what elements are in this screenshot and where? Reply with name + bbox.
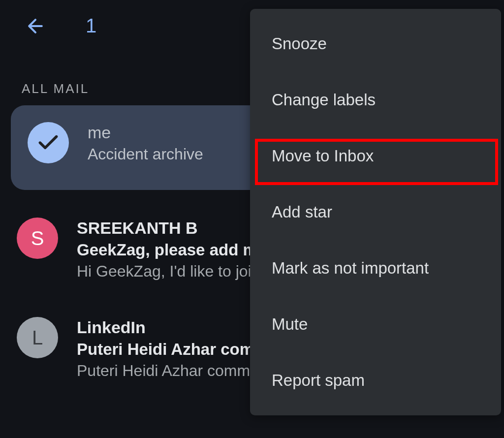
context-menu: Snooze Change labels Move to Inbox Add s… (250, 9, 501, 415)
back-arrow-icon (25, 15, 46, 37)
menu-item-move-to-inbox[interactable]: Move to Inbox (250, 128, 501, 184)
menu-item-snooze[interactable]: Snooze (250, 16, 501, 72)
avatar-letter[interactable]: L (17, 317, 58, 358)
check-icon (36, 130, 61, 155)
menu-item-change-labels[interactable]: Change labels (250, 72, 501, 128)
back-button[interactable] (25, 15, 46, 37)
menu-item-report-spam[interactable]: Report spam (250, 352, 501, 408)
menu-item-mute[interactable]: Mute (250, 296, 501, 352)
avatar-letter[interactable]: S (17, 218, 58, 259)
selection-count: 1 (86, 15, 96, 37)
avatar-checkmark[interactable] (28, 122, 69, 163)
menu-item-add-star[interactable]: Add star (250, 184, 501, 240)
menu-item-mark-not-important[interactable]: Mark as not important (250, 240, 501, 296)
